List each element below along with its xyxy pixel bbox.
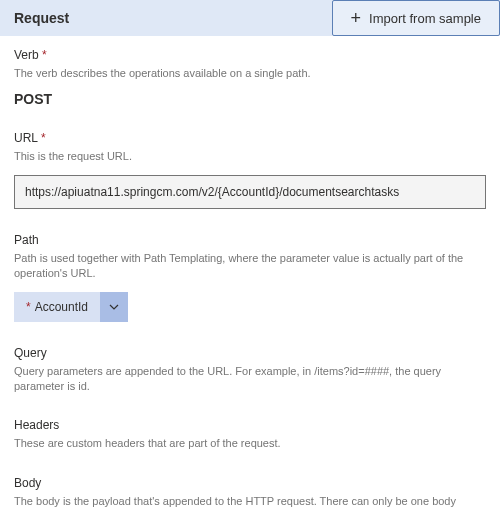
body-section: Body The body is the payload that's appe…	[14, 476, 486, 507]
verb-label: Verb *	[14, 48, 486, 62]
query-section: Query Query parameters are appended to t…	[14, 346, 486, 395]
body-description: The body is the payload that's appended …	[14, 494, 486, 507]
required-icon: *	[42, 48, 47, 62]
headers-label: Headers	[14, 418, 486, 432]
url-description: This is the request URL.	[14, 149, 486, 164]
verb-description: The verb describes the operations availa…	[14, 66, 486, 81]
plus-icon: +	[351, 9, 362, 27]
headers-description: These are custom headers that are part o…	[14, 436, 486, 451]
path-param-label: AccountId	[35, 300, 88, 314]
request-header: Request + Import from sample	[0, 0, 500, 36]
path-description: Path is used together with Path Templati…	[14, 251, 486, 282]
url-input[interactable]	[14, 175, 486, 209]
import-button-label: Import from sample	[369, 11, 481, 26]
required-icon: *	[26, 300, 31, 314]
verb-value: POST	[14, 91, 486, 107]
query-description: Query parameters are appended to the URL…	[14, 364, 486, 395]
chevron-down-icon	[100, 292, 128, 322]
verb-section: Verb * The verb describes the operations…	[14, 48, 486, 107]
request-title: Request	[14, 10, 69, 26]
path-param-chip-accountid[interactable]: * AccountId	[14, 292, 128, 322]
url-section: URL * This is the request URL.	[14, 131, 486, 208]
path-section: Path Path is used together with Path Tem…	[14, 233, 486, 322]
body-label: Body	[14, 476, 486, 490]
path-label: Path	[14, 233, 486, 247]
import-from-sample-button[interactable]: + Import from sample	[332, 0, 501, 36]
query-label: Query	[14, 346, 486, 360]
url-label: URL *	[14, 131, 486, 145]
required-icon: *	[41, 131, 46, 145]
headers-section: Headers These are custom headers that ar…	[14, 418, 486, 451]
